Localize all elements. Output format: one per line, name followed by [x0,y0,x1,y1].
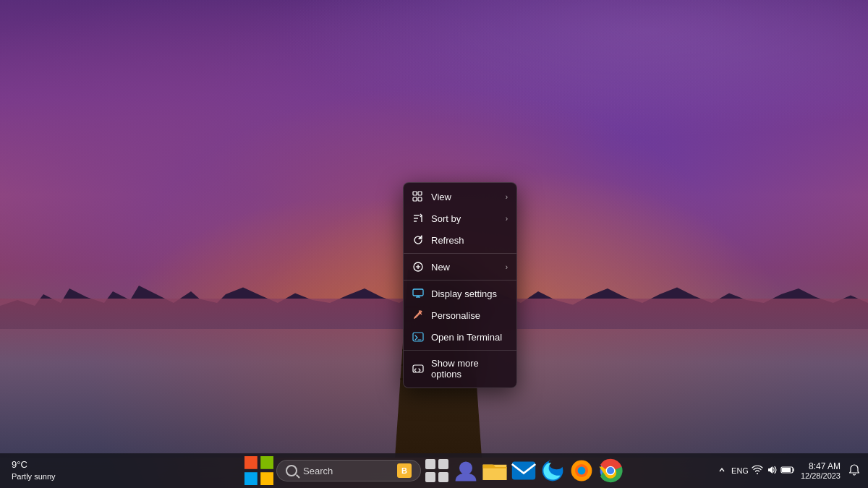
desktop: View › Sort by › [0,0,868,488]
svg-rect-3 [418,197,422,201]
menu-item-open-terminal[interactable]: Open in Terminal [404,326,516,348]
network-icon[interactable] [752,464,763,477]
svg-rect-37 [782,468,791,472]
taskbar-center: Search B [244,456,624,485]
personalise-icon [412,309,424,321]
context-menu: View › Sort by › [403,182,517,388]
new-icon [412,261,424,273]
mail-button[interactable] [511,458,537,484]
show-more-label: Show more options [431,358,508,380]
search-icon [286,465,297,476]
menu-item-personalise[interactable]: Personalise [404,304,516,326]
time-display: 8:47 AM [809,461,841,471]
firefox-button[interactable] [569,458,595,484]
weather-temp: 9°C [12,459,56,471]
svg-rect-19 [260,456,273,469]
weather-widget[interactable]: 9°C Partly sunny [6,459,61,481]
search-text: Search [303,466,333,476]
sort-icon [412,213,424,224]
language-indicator[interactable]: ENG [731,466,749,475]
view-icon [412,191,424,202]
system-tray-expand[interactable] [715,463,728,478]
sort-by-label: Sort by [431,213,498,224]
svg-rect-21 [260,472,273,485]
svg-point-26 [459,461,472,474]
menu-item-refresh[interactable]: Refresh [404,229,516,251]
separator-2 [404,280,516,281]
terminal-icon [412,331,424,343]
search-bar[interactable]: Search B [276,460,421,481]
new-arrow: › [506,263,508,271]
svg-rect-22 [425,459,435,469]
more-icon [412,363,424,374]
svg-rect-23 [438,459,448,469]
svg-rect-20 [244,472,258,485]
menu-item-new[interactable]: New › [404,256,516,278]
taskbar: 9°C Partly sunny Search B [0,453,868,488]
separator-3 [404,350,516,351]
svg-rect-1 [418,192,422,195]
teams-button[interactable] [453,458,479,484]
svg-point-30 [578,467,586,475]
svg-rect-27 [512,461,535,479]
svg-rect-2 [413,197,417,201]
open-terminal-label: Open in Terminal [431,332,508,343]
time-date[interactable]: 8:47 AM 12/28/2023 [798,461,843,480]
weather-condition: Partly sunny [12,471,56,481]
view-label: View [431,192,498,202]
refresh-icon [412,234,424,246]
refresh-label: Refresh [431,235,508,246]
menu-item-view[interactable]: View › [404,186,516,207]
display-settings-label: Display settings [431,288,508,299]
svg-rect-0 [413,192,417,195]
battery-icon[interactable] [780,466,795,476]
svg-point-35 [757,473,758,474]
display-icon [412,288,424,299]
svg-rect-24 [425,472,435,482]
taskbar-left: 9°C Partly sunny [6,459,61,481]
menu-item-show-more[interactable]: Show more options [404,353,516,385]
file-explorer-button[interactable] [482,458,508,484]
svg-point-34 [607,467,614,474]
separator-1 [404,253,516,254]
svg-rect-18 [244,456,258,469]
date-display: 12/28/2023 [801,471,841,480]
sort-by-arrow: › [506,215,508,223]
svg-rect-25 [438,472,448,482]
menu-item-display-settings[interactable]: Display settings [404,283,516,304]
volume-icon[interactable] [766,464,778,477]
copilot-icon: B [397,463,412,478]
svg-rect-17 [413,365,423,372]
task-view-button[interactable] [424,458,450,484]
edge-button[interactable] [540,458,566,484]
start-button[interactable] [244,456,273,485]
personalise-label: Personalise [431,310,508,321]
view-arrow: › [506,193,508,201]
taskbar-right: ENG [715,461,862,480]
notification-button[interactable] [846,461,862,480]
menu-item-sort-by[interactable]: Sort by › [404,207,516,229]
chrome-button[interactable] [597,458,624,484]
svg-rect-11 [413,289,423,296]
new-label: New [431,262,498,273]
